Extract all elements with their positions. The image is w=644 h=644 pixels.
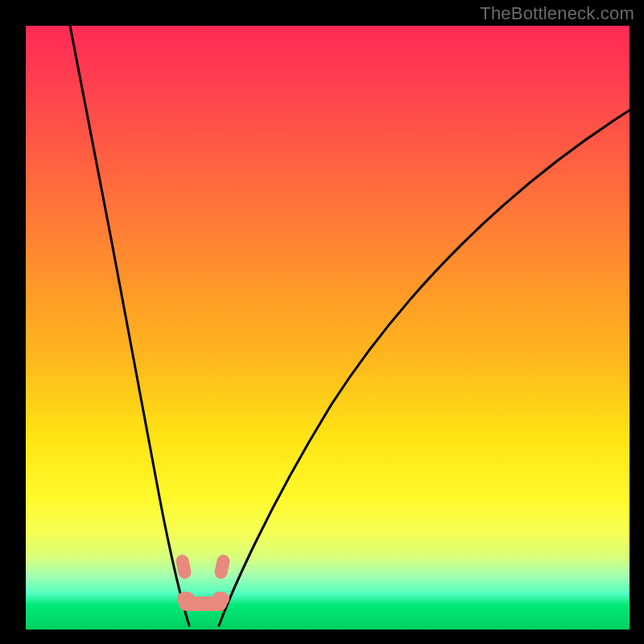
- outer-frame: TheBottleneck.com: [0, 0, 644, 644]
- left-branch-curve: [70, 26, 189, 625]
- plot-area: [26, 26, 630, 630]
- right-branch-curve: [219, 110, 630, 625]
- watermark-text: TheBottleneck.com: [480, 3, 634, 24]
- curve-layer: [26, 26, 630, 630]
- bottom-bar: [179, 597, 227, 611]
